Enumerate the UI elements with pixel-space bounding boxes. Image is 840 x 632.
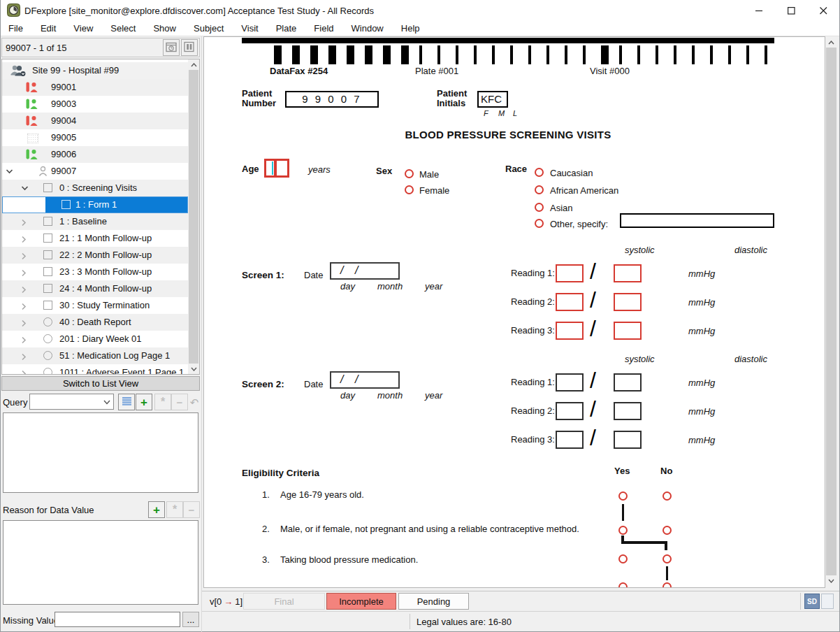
close-button[interactable] — [807, 0, 839, 21]
reason-delete-button[interactable]: − — [183, 501, 200, 518]
menu-edit[interactable]: Edit — [41, 23, 56, 34]
radio-no[interactable] — [662, 554, 672, 563]
scroll-up-icon[interactable] — [188, 59, 199, 70]
tree-row-40-death-report[interactable]: 40 : Death Report — [2, 314, 188, 331]
chevron-right-icon[interactable] — [21, 219, 27, 227]
systolic-field[interactable] — [556, 264, 584, 282]
reason-modify-button[interactable]: * — [166, 501, 183, 518]
menu-view[interactable]: View — [73, 23, 93, 34]
menu-file[interactable]: File — [8, 23, 23, 34]
tree-row-24-4-month-follow-up[interactable]: 24 : 4 Month Follow-up — [2, 280, 188, 297]
query-modify-button[interactable]: * — [154, 394, 171, 410]
query-text-area[interactable] — [3, 412, 198, 493]
tree-row-0-screening-visits[interactable]: 0 : Screening Visits — [2, 180, 188, 196]
radio-male[interactable] — [405, 169, 414, 178]
diastolic-field[interactable] — [614, 293, 642, 311]
radio-icon[interactable] — [43, 351, 52, 360]
reason-add-button[interactable]: + — [148, 501, 165, 518]
radio-other[interactable] — [535, 219, 544, 228]
scrollbar-thumb[interactable] — [189, 70, 198, 364]
diastolic-field[interactable] — [614, 431, 642, 449]
checkbox-icon[interactable] — [43, 301, 52, 310]
systolic-field[interactable] — [556, 373, 584, 392]
switch-list-view-button[interactable]: Switch to List View — [1, 376, 200, 391]
diastolic-field[interactable] — [614, 322, 642, 340]
tree-row-22-2-month-follow-up[interactable]: 22 : 2 Month Follow-up — [2, 247, 188, 264]
tree-row-site-99-hospital-99[interactable]: Site 99 - Hospital #99 — [2, 62, 188, 79]
final-button[interactable]: Final — [243, 593, 325, 610]
chevron-right-icon[interactable] — [21, 353, 27, 361]
diastolic-field[interactable] — [614, 264, 642, 282]
patient-initials-field[interactable]: KFC — [477, 91, 508, 108]
chevron-right-icon[interactable] — [21, 303, 27, 310]
radio-asian[interactable] — [535, 203, 544, 212]
date-field[interactable]: / / — [330, 262, 400, 280]
minimize-button[interactable] — [743, 0, 775, 21]
sd-button[interactable]: SD — [804, 594, 820, 609]
chevron-right-icon[interactable] — [21, 370, 27, 375]
tree-row-99006[interactable]: 99006 — [2, 146, 188, 163]
systolic-field[interactable] — [556, 431, 584, 449]
menu-show[interactable]: Show — [153, 23, 176, 34]
tree-row-23-3-month-follow-up[interactable]: 23 : 3 Month Follow-up — [2, 264, 188, 280]
radio-african-american[interactable] — [535, 185, 544, 194]
reason-text-area[interactable] — [3, 520, 198, 605]
pending-button[interactable]: Pending — [398, 593, 469, 610]
radio-icon[interactable] — [43, 334, 52, 343]
tree-row-51-medication-log-page-1[interactable]: 51 : Medication Log Page 1 — [2, 347, 188, 364]
chevron-right-icon[interactable] — [21, 269, 27, 277]
chevron-right-icon[interactable] — [21, 336, 27, 344]
scroll-down-icon[interactable] — [825, 575, 837, 586]
tree-row-201-diary-week-01[interactable]: 201 : Diary Week 01 — [2, 331, 188, 347]
tree-row-99001[interactable]: 99001 — [2, 79, 188, 96]
chevron-right-icon[interactable] — [21, 252, 27, 260]
menu-subject[interactable]: Subject — [194, 23, 224, 34]
systolic-field[interactable] — [556, 293, 584, 311]
tree-row-99007[interactable]: 99007 — [2, 163, 188, 180]
scroll-up-icon[interactable] — [825, 37, 837, 48]
systolic-field[interactable] — [556, 322, 584, 340]
date-field[interactable]: / / — [330, 371, 400, 389]
radio-yes[interactable] — [618, 554, 628, 563]
radio-no[interactable] — [662, 526, 672, 535]
query-add-button[interactable]: + — [136, 394, 152, 410]
schedule-view-button[interactable] — [163, 39, 180, 56]
tree-row-99005[interactable]: 99005 — [2, 129, 188, 146]
patient-number-field[interactable]: 9 9 0 0 7 — [285, 91, 379, 108]
tree-row-1-form-1[interactable]: 1 : Form 1 — [2, 196, 188, 213]
menu-select[interactable]: Select — [110, 23, 136, 34]
checkbox-icon[interactable] — [43, 250, 52, 259]
chevron-right-icon[interactable] — [21, 319, 27, 327]
radio-caucasian[interactable] — [535, 168, 544, 177]
diastolic-field[interactable] — [614, 402, 642, 420]
tree-row-99003[interactable]: 99003 — [2, 96, 188, 113]
radio-yes[interactable] — [618, 491, 628, 501]
tree-row-30-study-termination[interactable]: 30 : Study Termination — [2, 297, 188, 314]
chevron-down-icon[interactable] — [6, 168, 13, 174]
chevron-down-icon[interactable] — [21, 185, 29, 191]
menu-field[interactable]: Field — [314, 23, 333, 34]
query-list-button[interactable] — [118, 394, 135, 410]
checkbox-icon[interactable] — [43, 234, 52, 243]
radio-no[interactable] — [662, 582, 672, 588]
missing-value-input[interactable] — [55, 612, 180, 627]
checkbox-icon[interactable] — [61, 200, 71, 209]
tree-row-21-1-month-follow-up[interactable]: 21 : 1 Month Follow-up — [2, 230, 188, 247]
radio-yes[interactable] — [618, 526, 628, 535]
checkbox-icon[interactable] — [43, 217, 52, 226]
scroll-down-icon[interactable] — [188, 364, 199, 374]
blank-button[interactable] — [821, 594, 834, 609]
tree-row-99004[interactable]: 99004 — [2, 113, 188, 129]
query-undo-button[interactable]: ↶ — [186, 394, 203, 410]
chevron-right-icon[interactable] — [21, 286, 27, 294]
tree-row-1-baseline[interactable]: 1 : Baseline — [2, 213, 188, 230]
menu-visit[interactable]: Visit — [241, 23, 258, 34]
systolic-field[interactable] — [556, 402, 584, 420]
radio-female[interactable] — [405, 185, 414, 194]
tree-row-1011-adverse-event-1-page-1[interactable]: 1011 : Adverse Event 1 Page 1 — [2, 364, 188, 375]
radio-icon[interactable] — [43, 368, 52, 375]
tree-scrollbar[interactable] — [188, 59, 199, 374]
diastolic-field[interactable] — [614, 373, 642, 392]
checkbox-icon[interactable] — [43, 183, 52, 192]
other-specify-field[interactable] — [620, 213, 774, 228]
